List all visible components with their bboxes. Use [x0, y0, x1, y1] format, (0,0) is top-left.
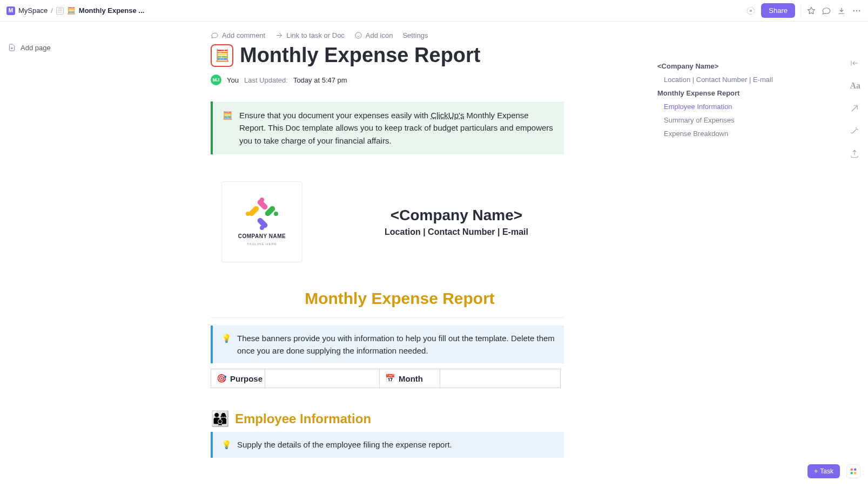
magic-icon[interactable]	[850, 104, 860, 113]
activity-icon[interactable]	[746, 6, 756, 16]
intro-callout-text: Ensure that you document your expenses e…	[239, 109, 554, 147]
outline-item[interactable]: Monthly Expense Report	[657, 86, 782, 100]
outline-item[interactable]: Expense Breakdown	[657, 127, 782, 140]
svg-point-2	[853, 10, 854, 11]
bulb-icon: 💡	[221, 332, 232, 357]
updated-label: Last Updated:	[244, 76, 288, 84]
breadcrumb-sep: /	[51, 6, 53, 15]
doc-actions-bar: Add comment Link to task or Doc Add icon…	[211, 31, 589, 39]
star-icon[interactable]	[806, 6, 816, 16]
svg-rect-6	[851, 469, 853, 471]
clickup-link[interactable]: ClickUp's	[430, 111, 464, 120]
svg-rect-7	[854, 469, 856, 471]
add-page-button[interactable]: Add page	[8, 43, 211, 52]
link-task-button[interactable]: Link to task or Doc	[275, 31, 345, 39]
topbar: M MySpace / 🧮 Monthly Expense ... Share	[0, 0, 868, 22]
topbar-actions: Share	[746, 3, 862, 18]
main-content: Add comment Link to task or Doc Add icon…	[211, 22, 589, 458]
calendar-icon: 📅	[385, 374, 395, 383]
banner-callout[interactable]: 💡 These banners provide you with informa…	[211, 326, 564, 364]
avatar: MJ	[211, 74, 221, 85]
employee-callout[interactable]: 💡 Supply the details of the employee fil…	[211, 432, 564, 457]
share-button[interactable]: Share	[761, 3, 795, 18]
bulb-icon: 💡	[221, 438, 232, 451]
company-row: COMPANY NAME TAGLINE HERE <Company Name>…	[211, 181, 589, 262]
breadcrumb: M MySpace / 🧮 Monthly Expense ...	[6, 6, 144, 15]
logo-icon	[246, 198, 278, 230]
svg-point-5	[355, 32, 361, 38]
company-sub-heading[interactable]: Location | Contact Number | E-mail	[324, 227, 589, 237]
breadcrumb-doc[interactable]: Monthly Expense ...	[79, 6, 144, 15]
wand-icon[interactable]	[850, 126, 860, 136]
add-icon-label: Add icon	[366, 31, 393, 39]
svg-rect-9	[854, 472, 856, 474]
meta-row: MJ You Last Updated: Today at 5:47 pm	[211, 74, 589, 85]
company-head: <Company Name> Location | Contact Number…	[324, 207, 589, 237]
add-page-label: Add page	[21, 44, 51, 52]
company-logo-box[interactable]: COMPANY NAME TAGLINE HERE	[221, 181, 302, 262]
add-comment-button[interactable]: Add comment	[211, 31, 265, 39]
author-name: You	[227, 76, 239, 84]
settings-label: Settings	[402, 31, 428, 39]
purpose-value-cell[interactable]	[265, 369, 380, 388]
collapse-icon[interactable]	[850, 58, 860, 68]
outline-item[interactable]: Location | Contact Number | E-mail	[657, 73, 782, 86]
outline-item[interactable]: Summary of Expenses	[657, 113, 782, 127]
month-label-cell[interactable]: 📅 Month	[380, 369, 440, 388]
abacus-icon: 🧮	[223, 109, 233, 147]
intro-callout[interactable]: 🧮 Ensure that you document your expenses…	[211, 101, 564, 154]
download-icon[interactable]	[837, 6, 846, 16]
svg-point-4	[859, 10, 860, 11]
space-badge: M	[6, 6, 15, 15]
font-icon[interactable]: Aa	[850, 81, 860, 91]
chat-icon[interactable]	[822, 6, 831, 16]
plus-icon: +	[814, 467, 818, 475]
people-icon: 👨‍👩‍👦	[211, 410, 230, 428]
banner-callout-text: These banners provide you with informati…	[237, 332, 555, 357]
doc-main-icon[interactable]: 🧮	[211, 44, 233, 67]
more-icon[interactable]	[852, 6, 862, 16]
target-icon: 🎯	[217, 374, 227, 383]
page-title[interactable]: Monthly Expense Report	[240, 44, 481, 67]
topbar-sep	[800, 5, 801, 16]
left-panel: Add page	[0, 22, 211, 52]
employee-section-header: 👨‍👩‍👦 Employee Information	[211, 410, 589, 428]
tool-rail: Aa	[850, 58, 860, 159]
updated-value: Today at 5:47 pm	[293, 76, 347, 84]
divider	[211, 317, 564, 318]
svg-point-1	[750, 9, 752, 12]
apps-button[interactable]	[846, 464, 860, 478]
new-task-button[interactable]: + Task	[808, 464, 840, 478]
employee-section-title[interactable]: Employee Information	[235, 411, 371, 426]
logo-name: COMPANY NAME	[238, 233, 286, 239]
employee-callout-text: Supply the details of the employee filin…	[237, 438, 452, 451]
title-row: 🧮 Monthly Expense Report	[211, 44, 589, 67]
breadcrumb-space[interactable]: MySpace	[18, 6, 48, 15]
outline-item[interactable]: <Company Name>	[657, 59, 782, 73]
doc-subicon: 🧮	[67, 6, 76, 15]
task-button-label: Task	[820, 467, 833, 475]
purpose-label-cell[interactable]: 🎯 Purpose	[211, 369, 265, 388]
month-label: Month	[399, 374, 423, 383]
link-task-label: Link to task or Doc	[286, 31, 345, 39]
purpose-label: Purpose	[230, 374, 263, 383]
svg-point-3	[856, 10, 857, 11]
doc-page-icon	[56, 7, 64, 15]
add-comment-label: Add comment	[222, 31, 265, 39]
export-icon[interactable]	[850, 149, 860, 159]
outline-item[interactable]: Employee Information	[657, 100, 782, 113]
purpose-month-table[interactable]: 🎯 Purpose 📅 Month	[211, 369, 561, 388]
month-value-cell[interactable]	[440, 369, 560, 388]
report-section-title[interactable]: Monthly Expense Report	[211, 289, 589, 308]
settings-button[interactable]: Settings	[402, 31, 428, 39]
outline-panel: <Company Name> Location | Contact Number…	[657, 59, 782, 140]
add-icon-button[interactable]: Add icon	[354, 31, 393, 39]
company-name-heading[interactable]: <Company Name>	[324, 207, 589, 224]
svg-rect-8	[851, 472, 853, 474]
logo-tag: TAGLINE HERE	[247, 242, 277, 246]
